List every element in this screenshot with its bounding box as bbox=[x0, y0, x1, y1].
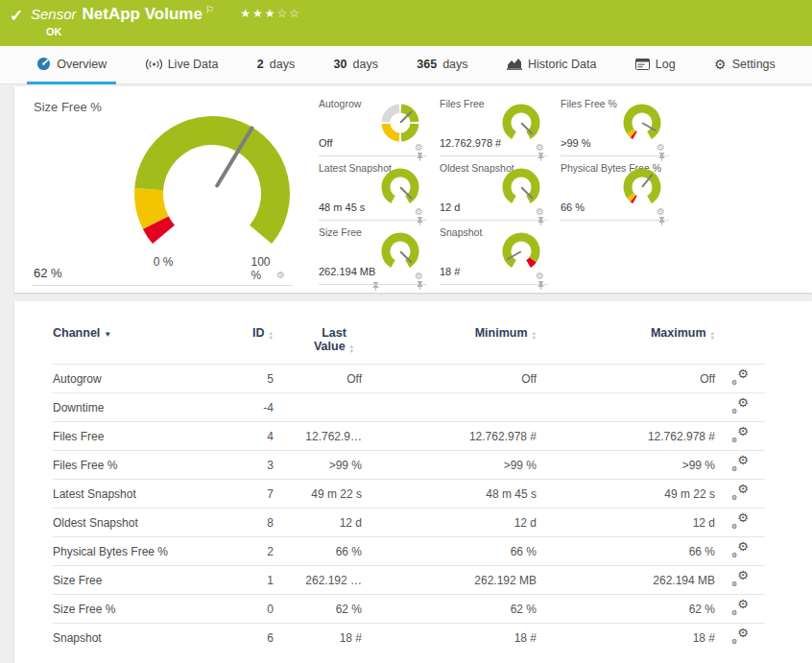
star-filled-icon[interactable]: ★ bbox=[265, 7, 277, 20]
column-header-minimum[interactable]: Minimum▲▼ bbox=[362, 326, 537, 365]
column-header-last-value[interactable]: Last Value▲▼ bbox=[274, 326, 362, 365]
channel-actions: ⚙⚙ bbox=[715, 422, 765, 451]
minimum-value: 48 m 45 s bbox=[362, 480, 537, 509]
star-empty-icon[interactable]: ☆ bbox=[276, 7, 289, 20]
table-row-downtime: Downtime-4⚙⚙ bbox=[53, 393, 765, 422]
log-icon bbox=[635, 59, 650, 70]
prtg-sensor-page: ✓ SensorNetApp Volume⚐ ★★★☆☆ OK Overview… bbox=[0, 0, 812, 663]
minimum-value: 62 % bbox=[362, 595, 537, 624]
channel-actions: ⚙⚙ bbox=[715, 480, 765, 509]
last-value: 262.192 … bbox=[274, 566, 362, 595]
gear-icon[interactable]: ⚙ bbox=[536, 207, 544, 217]
channel-settings-icon[interactable]: ⚙⚙ bbox=[731, 513, 749, 529]
tile-actions: ⚙ bbox=[415, 143, 427, 153]
sensor-title-row: SensorNetApp Volume⚐ ★★★☆☆ bbox=[31, 4, 301, 24]
gear-icon[interactable]: ⚙ bbox=[415, 272, 423, 281]
channel-id: 4 bbox=[218, 422, 274, 451]
tab-historic-data[interactable]: Historic Data bbox=[497, 46, 607, 84]
sensor-header: ✓ SensorNetApp Volume⚐ ★★★☆☆ OK bbox=[0, 0, 812, 46]
channel-name[interactable]: Files Free % bbox=[53, 451, 218, 480]
gear-icon[interactable]: ⚙ bbox=[536, 143, 544, 153]
tab-label: Live Data bbox=[168, 58, 219, 71]
gauge-value: 262.194 MB bbox=[319, 266, 375, 277]
priority-stars[interactable]: ★★★☆☆ bbox=[240, 7, 301, 20]
gauge-tile-files-free: Files Free %>99 %⚙ bbox=[561, 92, 669, 156]
star-empty-icon[interactable]: ☆ bbox=[289, 7, 301, 20]
column-label: ID▲▼ bbox=[252, 326, 274, 340]
channel-settings-icon[interactable]: ⚙⚙ bbox=[731, 628, 749, 644]
tab-live-data[interactable]: Live Data bbox=[136, 46, 228, 84]
maximum-value: 12.762.978 # bbox=[537, 422, 715, 451]
tile-actions: ⚙ bbox=[415, 207, 427, 217]
minimum-value: 12.762.978 # bbox=[362, 422, 537, 451]
tab-30-days[interactable]: 30days bbox=[324, 46, 388, 84]
main-gauge-tile: Size Free % 0 % 100 % 62 % ⚙ bbox=[32, 94, 293, 286]
last-value bbox=[274, 393, 362, 422]
main-gauge-value: 62 % bbox=[34, 266, 62, 280]
tab-365-days[interactable]: 365days bbox=[407, 46, 477, 84]
channel-settings-icon[interactable]: ⚙⚙ bbox=[731, 485, 749, 500]
channel-name[interactable]: Size Free % bbox=[53, 595, 218, 624]
table-row-size-free: Size Free %062 %62 %62 %⚙⚙ bbox=[53, 595, 765, 624]
tab-label: days bbox=[270, 58, 295, 71]
gauge-title: Size Free bbox=[319, 226, 362, 238]
column-header-maximum[interactable]: Maximum▲▼ bbox=[537, 326, 715, 365]
channel-settings-icon[interactable]: ⚙⚙ bbox=[731, 427, 749, 442]
tab-2-days[interactable]: 2days bbox=[248, 46, 304, 84]
flag-icon[interactable]: ⚐ bbox=[205, 4, 215, 15]
column-label: Last Value▲▼ bbox=[306, 326, 362, 354]
channel-name[interactable]: Size Free bbox=[53, 566, 218, 595]
tab-log[interactable]: Log bbox=[626, 46, 685, 84]
last-value: 12 d bbox=[274, 509, 362, 537]
tab-bar: OverviewLive Data2days30days365daysHisto… bbox=[0, 46, 812, 84]
channel-settings-icon[interactable]: ⚙⚙ bbox=[731, 571, 749, 586]
channel-actions: ⚙⚙ bbox=[715, 365, 765, 393]
channel-settings-icon[interactable]: ⚙⚙ bbox=[731, 369, 749, 385]
channel-id: 8 bbox=[218, 509, 274, 537]
maximum-value: 12 d bbox=[537, 509, 715, 537]
channel-settings-icon[interactable]: ⚙⚙ bbox=[731, 398, 749, 414]
gear-icon[interactable]: ⚙ bbox=[536, 272, 544, 281]
tile-actions: ⚙ bbox=[536, 207, 548, 217]
gear-icon[interactable]: ⚙ bbox=[415, 143, 423, 153]
gear-icon[interactable]: ⚙ bbox=[657, 207, 665, 217]
maximum-value: 262.194 MB bbox=[537, 566, 715, 595]
gauge-scale-max: 100 % bbox=[251, 255, 279, 282]
minimum-value: 18 # bbox=[362, 624, 537, 652]
column-header-channel[interactable]: Channel▼ bbox=[53, 326, 218, 365]
last-value: 18 # bbox=[274, 624, 362, 652]
table-row-autogrow: Autogrow5OffOffOff⚙⚙ bbox=[53, 365, 765, 393]
channel-name[interactable]: Oldest Snapshot bbox=[53, 509, 218, 537]
gear-icon[interactable]: ⚙ bbox=[657, 143, 665, 153]
channel-actions: ⚙⚙ bbox=[715, 537, 765, 566]
gauge-snapshot bbox=[498, 230, 544, 274]
channel-name[interactable]: Physical Bytes Free % bbox=[53, 537, 218, 566]
maximum-value: 49 m 22 s bbox=[537, 480, 715, 509]
gear-icon[interactable]: ⚙ bbox=[276, 271, 285, 280]
column-label: Minimum▲▼ bbox=[475, 326, 537, 340]
channel-name[interactable]: Downtime bbox=[53, 393, 218, 422]
tab-label: Log bbox=[656, 58, 676, 71]
size-free-percent-gauge bbox=[128, 106, 297, 257]
channel-name[interactable]: Files Free bbox=[53, 422, 218, 451]
channel-name[interactable]: Latest Snapshot bbox=[53, 480, 218, 509]
channel-name[interactable]: Autogrow bbox=[53, 365, 218, 393]
star-filled-icon[interactable]: ★ bbox=[252, 7, 265, 20]
channel-settings-icon[interactable]: ⚙⚙ bbox=[731, 456, 749, 471]
channel-settings-icon[interactable]: ⚙⚙ bbox=[731, 600, 749, 615]
column-label: Channel▼ bbox=[53, 326, 111, 340]
channel-settings-icon[interactable]: ⚙⚙ bbox=[731, 542, 749, 557]
gauge-tile-latest-snapshot: Latest Snapshot48 m 45 s⚙ bbox=[319, 156, 427, 221]
channel-name[interactable]: Snapshot bbox=[53, 624, 218, 652]
tile-actions: ⚙ bbox=[276, 271, 289, 280]
maximum-value: Off bbox=[537, 365, 715, 393]
column-header-id[interactable]: ID▲▼ bbox=[218, 326, 274, 365]
gear-icon[interactable]: ⚙ bbox=[415, 207, 423, 217]
tab-settings[interactable]: ⚙Settings bbox=[705, 46, 785, 84]
tab-overview[interactable]: Overview bbox=[27, 46, 116, 84]
star-filled-icon[interactable]: ★ bbox=[240, 7, 252, 20]
table-row-oldest-snapshot: Oldest Snapshot812 d12 d12 d⚙⚙ bbox=[53, 509, 765, 537]
channel-id: 3 bbox=[218, 451, 274, 480]
gauge-autogrow bbox=[377, 102, 423, 146]
channel-id: 0 bbox=[218, 595, 274, 624]
